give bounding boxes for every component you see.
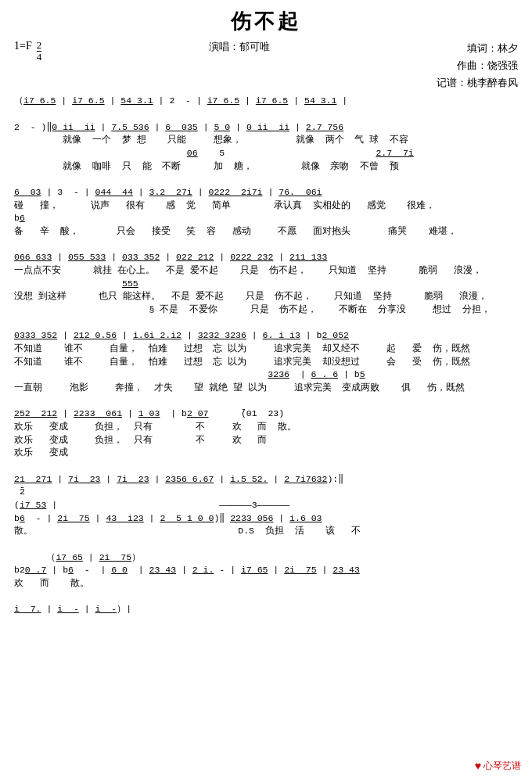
- performer: 演唱：郁可唯: [41, 40, 437, 54]
- score-body: （i7 6.5 | i7 6.5 | 54 3.1 | 2 - | i7 6.5…: [14, 95, 518, 616]
- title: 伤不起: [14, 8, 518, 35]
- logo-heart-icon: ♥: [475, 760, 481, 773]
- score-content: （i7 6.5 | i7 6.5 | 54 3.1 | 2 - | i7 6.5…: [14, 95, 518, 616]
- key-signature: 1=F: [14, 40, 32, 52]
- logo: ♥ 心琴艺谱: [475, 759, 521, 773]
- credits: 填词：林夕 作曲：饶强强 记谱：桃李醉春风: [437, 40, 518, 92]
